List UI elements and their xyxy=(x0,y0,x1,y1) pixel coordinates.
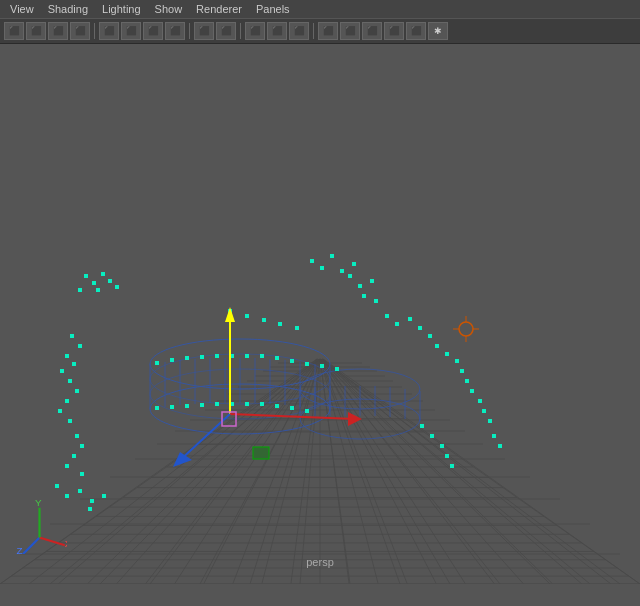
menubar: View Shading Lighting Show Renderer Pane… xyxy=(0,0,640,18)
ao-btn[interactable]: ⬛ xyxy=(362,22,382,40)
sep2 xyxy=(189,23,190,39)
shadow-btn[interactable]: ⬛ xyxy=(340,22,360,40)
sep4 xyxy=(313,23,314,39)
menu-renderer[interactable]: Renderer xyxy=(190,2,248,16)
viewport[interactable]: Z X Y persp xyxy=(0,44,640,584)
move-btn[interactable]: ⬛ xyxy=(26,22,46,40)
grid-btn[interactable]: ⬛ xyxy=(99,22,119,40)
svg-line-164 xyxy=(40,538,65,546)
subd-btn[interactable]: ⬛ xyxy=(267,22,287,40)
paint-btn[interactable]: ⬛ xyxy=(70,22,90,40)
camera-btn[interactable]: ⬛ xyxy=(406,22,426,40)
light-btn[interactable]: ⬛ xyxy=(384,22,404,40)
svg-text:X: X xyxy=(65,538,67,549)
iso-btn[interactable]: ⬛ xyxy=(194,22,214,40)
shade-btn[interactable]: ⬛ xyxy=(165,22,185,40)
persp-label: persp xyxy=(306,556,334,568)
sep3 xyxy=(240,23,241,39)
menu-shading[interactable]: Shading xyxy=(42,2,94,16)
svg-line-162 xyxy=(23,538,40,555)
axis-widget: Z X Y xyxy=(12,499,67,554)
menu-view[interactable]: View xyxy=(4,2,40,16)
select-mode-btn[interactable]: ⬛ xyxy=(4,22,24,40)
xray-btn[interactable]: ⬛ xyxy=(318,22,338,40)
toolbar: ⬛ ⬛ ⬛ ⬛ ⬛ ⬛ ⬛ ⬛ ⬛ ⬛ ⬛ ⬛ ⬛ ⬛ ⬛ ⬛ ⬛ ⬛ ✱ xyxy=(0,18,640,44)
smooth-btn[interactable]: ⬛ xyxy=(121,22,141,40)
nurbs-btn[interactable]: ⬛ xyxy=(289,22,309,40)
poly-btn[interactable]: ⬛ xyxy=(245,22,265,40)
grid-canvas xyxy=(0,44,640,584)
menu-lighting[interactable]: Lighting xyxy=(96,2,147,16)
menu-show[interactable]: Show xyxy=(149,2,189,16)
svg-text:Z: Z xyxy=(16,545,22,554)
menu-panels[interactable]: Panels xyxy=(250,2,296,16)
wire-btn[interactable]: ⬛ xyxy=(143,22,163,40)
sep1 xyxy=(94,23,95,39)
svg-text:Y: Y xyxy=(35,499,42,508)
lasso-btn[interactable]: ⬛ xyxy=(48,22,68,40)
persp-btn[interactable]: ⬛ xyxy=(216,22,236,40)
render-btn[interactable]: ✱ xyxy=(428,22,448,40)
